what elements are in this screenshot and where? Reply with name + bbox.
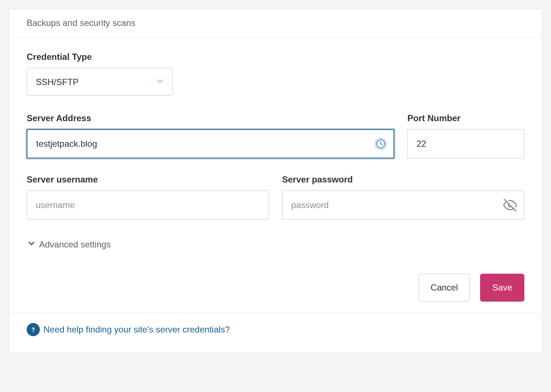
history-icon[interactable] (375, 138, 387, 150)
credential-type-label: Credential Type (27, 52, 524, 62)
card-title: Backups and security scans (27, 18, 135, 28)
advanced-settings-toggle[interactable]: Advanced settings (27, 236, 111, 253)
card-body: Credential Type SSH/SFTP Server Address (9, 37, 542, 312)
credential-type-select-wrap: SSH/SFTP (27, 68, 173, 96)
port-number-label: Port Number (407, 113, 524, 123)
card-header: Backups and security scans (9, 9, 542, 37)
save-button[interactable]: Save (480, 274, 524, 301)
server-address-label: Server Address (27, 113, 394, 123)
form-actions: Cancel Save (27, 274, 524, 301)
credential-type-select[interactable]: SSH/SFTP (27, 68, 173, 96)
help-icon (27, 323, 40, 336)
svg-point-3 (33, 331, 34, 332)
port-number-input[interactable] (407, 129, 524, 158)
credentials-row: Server username Server password (27, 174, 524, 220)
settings-card: Backups and security scans Credential Ty… (9, 9, 542, 353)
server-username-input[interactable] (27, 191, 269, 220)
eye-off-icon[interactable] (503, 198, 517, 212)
card-footer: Need help finding your site's server cre… (9, 312, 542, 352)
server-address-col: Server Address (27, 113, 394, 158)
server-password-input-wrap (282, 191, 524, 220)
help-link-text: Need help finding your site's server cre… (43, 324, 230, 335)
advanced-settings-label: Advanced settings (39, 239, 111, 250)
cancel-button[interactable]: Cancel (419, 274, 470, 301)
help-link[interactable]: Need help finding your site's server cre… (27, 323, 230, 336)
chevron-down-icon (27, 239, 36, 250)
server-username-col: Server username (27, 174, 269, 220)
server-address-input[interactable] (27, 129, 394, 158)
server-password-input[interactable] (282, 191, 524, 220)
port-number-col: Port Number (407, 113, 524, 158)
server-password-label: Server password (282, 174, 524, 185)
server-username-label: Server username (27, 174, 269, 185)
server-password-col: Server password (282, 174, 524, 220)
address-port-row: Server Address Port Number (27, 113, 524, 158)
server-address-input-wrap (27, 129, 394, 158)
